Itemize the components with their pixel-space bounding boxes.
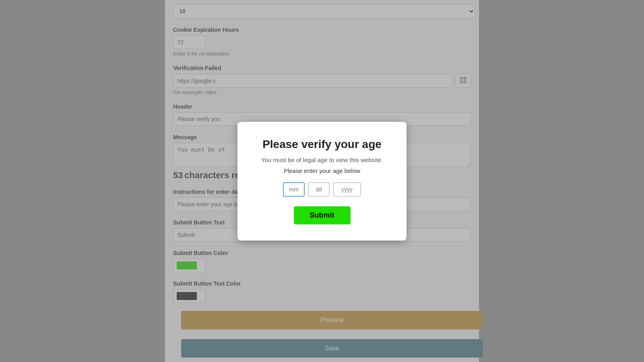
year-input[interactable] bbox=[333, 182, 361, 197]
modal-submit-button[interactable]: Submit bbox=[294, 206, 351, 224]
date-inputs-row bbox=[258, 182, 386, 197]
month-input[interactable] bbox=[283, 182, 305, 197]
modal-subtitle: You must be of legal age to view this we… bbox=[258, 156, 386, 163]
age-verification-modal: Please verify your age You must be of le… bbox=[237, 122, 407, 241]
modal-title: Please verify your age bbox=[258, 138, 386, 151]
modal-instruction: Please enter your age below bbox=[258, 167, 386, 174]
modal-overlay: Please verify your age You must be of le… bbox=[0, 0, 644, 362]
day-input[interactable] bbox=[308, 182, 330, 197]
